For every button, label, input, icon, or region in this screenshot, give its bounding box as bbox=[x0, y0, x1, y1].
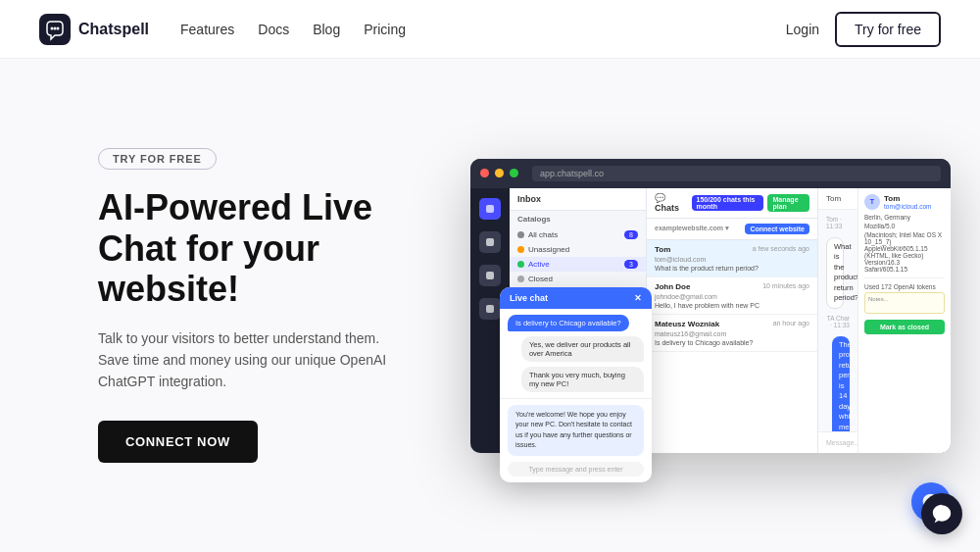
inbox-active-badge: 3 bbox=[624, 260, 638, 269]
connect-now-button[interactable]: CONNECT NOW bbox=[98, 421, 258, 463]
connect-website-bar: examplewebsite.com ▾ Connect website bbox=[647, 219, 817, 240]
livechat-input[interactable]: Type message and press enter bbox=[508, 462, 644, 477]
nav-features[interactable]: Features bbox=[180, 22, 234, 37]
window-close-dot bbox=[480, 169, 489, 177]
inbox-closed-label: Closed bbox=[528, 275, 553, 283]
lc-long-msg: You're welcome! We hope you enjoy your n… bbox=[508, 405, 644, 456]
inbox-all-label: All chats bbox=[528, 230, 558, 239]
msg-time-a: TA Char · 11:33 bbox=[826, 315, 850, 328]
inbox-header: Inbox bbox=[510, 188, 646, 211]
chat-item-john[interactable]: John Doe 10 minutes ago johndoe@gmail.co… bbox=[647, 277, 817, 315]
sidebar-chat-icon[interactable] bbox=[479, 198, 501, 220]
bottom-chat-widget[interactable] bbox=[921, 493, 962, 534]
chat-name-tom: Tom bbox=[655, 245, 670, 254]
connect-website-button[interactable]: Connect website bbox=[745, 224, 809, 234]
logo-icon bbox=[39, 14, 71, 45]
nav-blog[interactable]: Blog bbox=[313, 22, 340, 37]
inbox-all-dot bbox=[517, 231, 524, 238]
msg-question: What is the product return period? bbox=[826, 237, 844, 309]
chat-main-header: Tom bbox=[818, 188, 858, 210]
browser-bar: app.chatspell.co bbox=[470, 159, 951, 188]
chat-time-tom: a few seconds ago bbox=[753, 245, 809, 254]
rp-location: Berlin, Germany bbox=[864, 214, 945, 221]
rp-notes[interactable]: Notes... bbox=[864, 292, 945, 314]
url-text: app.chatspell.co bbox=[540, 169, 604, 178]
chat-item-tom[interactable]: Tom a few seconds ago tom@icloud.com Wha… bbox=[647, 240, 817, 277]
logo[interactable]: Chatspell bbox=[39, 14, 149, 45]
inbox-unassigned-label: Unassigned bbox=[528, 245, 569, 254]
logo-text: Chatspell bbox=[78, 21, 149, 38]
chat-input-bar[interactable]: Message... bbox=[818, 431, 858, 453]
try-for-free-button[interactable]: Try for free bbox=[835, 12, 941, 47]
chat-item-top-mateusz: Mateusz Wozniak an hour ago bbox=[655, 320, 809, 328]
chat-time-john: 10 minutes ago bbox=[762, 282, 809, 291]
chat-time-mateusz: an hour ago bbox=[773, 320, 809, 328]
msg-time-q: Tom · 11:33 bbox=[826, 216, 850, 229]
rp-avatar: T Tom tom@icloud.com bbox=[864, 194, 945, 210]
inbox-closed-dot bbox=[517, 276, 524, 282]
chats-stat: 150/200 chats this month bbox=[692, 195, 764, 211]
nav-pricing[interactable]: Pricing bbox=[364, 22, 406, 37]
sidebar-dot-3 bbox=[486, 272, 494, 279]
livechat-title: Live chat bbox=[510, 293, 548, 303]
nav-right: Login Try for free bbox=[786, 12, 941, 47]
chat-name-john: John Doe bbox=[655, 282, 690, 291]
chatlist-header: 💬 Chats 150/200 chats this month Manage … bbox=[647, 188, 817, 219]
domain-label: examplewebsite.com ▾ bbox=[655, 225, 729, 232]
inbox-unassigned[interactable]: Unassigned bbox=[510, 242, 646, 257]
msg-answer: The product return period is 14 days, wh… bbox=[832, 336, 850, 431]
mark-as-closed-button[interactable]: Mark as closed bbox=[864, 320, 945, 334]
main-content: TRY FOR FREE AI-Powered Live Chat for yo… bbox=[0, 59, 980, 552]
window-maximize-dot bbox=[510, 169, 518, 177]
chat-preview-john: Hello, I have problem with new PC bbox=[655, 302, 809, 309]
manage-plan-button[interactable]: Manage plan bbox=[767, 194, 809, 212]
svg-point-2 bbox=[54, 26, 57, 29]
bottom-widget-icon bbox=[931, 503, 953, 525]
right-panel: T Tom tom@icloud.com Berlin, Germany Moz… bbox=[858, 188, 951, 453]
sidebar-stats-icon[interactable] bbox=[479, 265, 501, 286]
hero-subtitle: Talk to your visitors to better understa… bbox=[98, 327, 412, 393]
sidebar-settings-icon[interactable] bbox=[479, 298, 501, 320]
chat-input-placeholder: Message... bbox=[826, 439, 858, 446]
browser-url-bar: app.chatspell.co bbox=[532, 166, 941, 181]
inbox-unassigned-dot bbox=[517, 246, 524, 253]
inbox-closed[interactable]: Closed bbox=[510, 272, 646, 286]
lc-msg-2: Yes, we deliver our products all over Am… bbox=[521, 336, 644, 362]
rp-tokens: Used 172 OpenAI tokens bbox=[864, 283, 945, 290]
chat-messages: Tom · 11:33 What is the product return p… bbox=[818, 210, 858, 431]
chat-email-tom: tom@icloud.com bbox=[655, 256, 809, 263]
inbox-section-catalogs: Catalogs bbox=[510, 211, 646, 227]
inbox-all-badge: 8 bbox=[624, 230, 638, 239]
navbar: Chatspell Features Docs Blog Pricing Log… bbox=[0, 0, 980, 59]
hero-left: TRY FOR FREE AI-Powered Live Chat for yo… bbox=[98, 148, 412, 462]
svg-point-1 bbox=[51, 26, 54, 29]
chat-list-panel: 💬 Chats 150/200 chats this month Manage … bbox=[647, 188, 818, 453]
nav-docs[interactable]: Docs bbox=[258, 22, 289, 37]
sidebar-catalog-icon[interactable] bbox=[479, 231, 501, 253]
chat-item-top-john: John Doe 10 minutes ago bbox=[655, 282, 809, 291]
inbox-active-dot bbox=[517, 261, 524, 268]
rp-name: Tom bbox=[884, 194, 932, 203]
hero-title: AI-Powered Live Chat for your website! bbox=[98, 187, 412, 309]
window-minimize-dot bbox=[495, 169, 504, 177]
rp-name-block: Tom tom@icloud.com bbox=[884, 194, 932, 210]
rp-email: tom@icloud.com bbox=[884, 203, 932, 210]
rp-divider bbox=[864, 277, 945, 278]
livechat-messages: Is delivery to Chicago available? Yes, w… bbox=[500, 309, 652, 398]
login-link[interactable]: Login bbox=[786, 22, 819, 37]
chat-item-mateusz[interactable]: Mateusz Wozniak an hour ago mateusz16@gm… bbox=[647, 315, 817, 352]
svg-point-3 bbox=[57, 26, 60, 29]
sidebar-dot bbox=[486, 205, 494, 213]
nav-links: Features Docs Blog Pricing bbox=[180, 22, 406, 37]
lc-msg-1: Is delivery to Chicago available? bbox=[508, 315, 629, 331]
livechat-close-icon[interactable]: ✕ bbox=[634, 293, 642, 303]
inbox-all-chats[interactable]: All chats 8 bbox=[510, 227, 646, 242]
rp-avatar-icon: T bbox=[864, 194, 880, 210]
livechat-header: Live chat ✕ bbox=[500, 287, 652, 309]
inbox-active-label: Active bbox=[528, 260, 550, 269]
rp-browser: Mozilla/5.0 bbox=[864, 223, 945, 229]
inbox-active[interactable]: Active 3 bbox=[510, 257, 646, 272]
nav-left: Chatspell Features Docs Blog Pricing bbox=[39, 14, 406, 45]
chat-email-mateusz: mateusz16@gmail.com bbox=[655, 330, 809, 337]
chats-label: 💬 Chats bbox=[655, 193, 684, 213]
